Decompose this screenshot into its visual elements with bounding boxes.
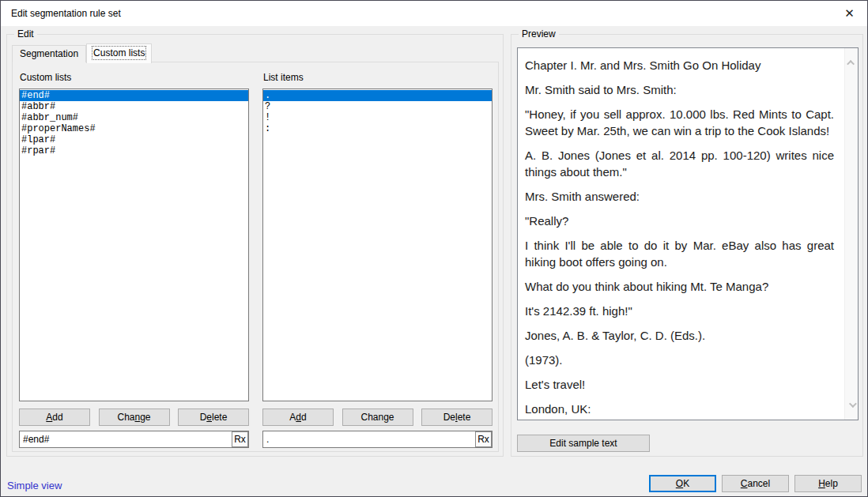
preview-paragraph: (1973). — [525, 352, 834, 368]
edit-group-label: Edit — [14, 28, 37, 40]
preview-paragraph: It's 2142.39 ft. high!" — [525, 303, 834, 319]
custom-lists-value-input[interactable] — [20, 431, 232, 447]
custom-lists-change-button[interactable]: Change — [99, 409, 170, 426]
title-bar: Edit segmentation rule set ✕ — [1, 1, 867, 26]
tab-custom-lists[interactable]: Custom lists — [86, 43, 152, 63]
preview-groupbox: Preview Chapter I. Mr. and Mrs. Smith Go… — [511, 34, 863, 457]
list-items-change-button[interactable]: Change — [342, 409, 413, 426]
custom-list-item[interactable]: #end# — [20, 90, 248, 101]
preview-paragraph: Jones, A. B. & Taylor, C. D. (Eds.). — [525, 327, 834, 344]
tab-segmentation[interactable]: Segmentation — [12, 45, 86, 62]
custom-lists-listbox[interactable]: #end##abbr##abbr_num##properNames##lpar#… — [19, 88, 249, 401]
preview-paragraph: London, UK: — [525, 401, 834, 417]
list-item[interactable]: ! — [263, 112, 492, 123]
custom-lists-button-row: Add Change Delete — [19, 409, 249, 426]
preview-paragraph: Chapter I. Mr. and Mrs. Smith Go On Holi… — [525, 57, 834, 73]
preview-paragraph: What do you think about hiking Mt. Te Ma… — [525, 278, 834, 295]
list-items-listbox[interactable]: .?!: — [262, 88, 492, 401]
simple-view-link[interactable]: Simple view — [7, 480, 62, 491]
list-item[interactable]: ? — [263, 101, 492, 112]
window-title: Edit segmentation rule set — [11, 1, 121, 26]
custom-lists-regex-button[interactable]: Rx — [232, 431, 248, 447]
custom-list-item[interactable]: #rpar# — [20, 145, 248, 156]
preview-paragraph: "Really? — [525, 213, 834, 229]
close-icon: ✕ — [844, 6, 855, 21]
cancel-button[interactable]: Cancel — [722, 475, 789, 492]
preview-paragraph: "Honey, if you sell approx. 10.000 lbs. … — [525, 106, 834, 139]
scroll-down-icon[interactable] — [845, 398, 859, 412]
preview-text: Chapter I. Mr. and Mrs. Smith Go On Holi… — [518, 48, 844, 420]
list-items-add-button[interactable]: Add — [262, 409, 334, 426]
list-item[interactable]: . — [263, 90, 492, 101]
tab-custom-lists-label: Custom lists — [93, 47, 145, 58]
preview-paragraph: Mrs. Smith answered: — [525, 188, 834, 205]
edit-sample-text-button[interactable]: Edit sample text — [517, 435, 650, 452]
custom-list-item[interactable]: #abbr# — [20, 101, 248, 112]
preview-paragraph: Let's travel! — [525, 376, 834, 393]
custom-lists-tab-panel: Custom lists List items #end##abbr##abbr… — [12, 62, 499, 452]
tab-segmentation-label: Segmentation — [20, 48, 78, 59]
preview-paragraph: A. B. Jones (Jones et al. 2014 pp. 100-1… — [525, 147, 834, 180]
dialog-window: Edit segmentation rule set ✕ Edit Segmen… — [0, 0, 868, 497]
scroll-up-icon[interactable] — [845, 56, 859, 70]
preview-group-label: Preview — [519, 28, 559, 40]
custom-lists-label: Custom lists — [20, 72, 71, 83]
list-items-edit-field: Rx — [262, 431, 492, 448]
tab-strip: Segmentation Custom lists — [12, 43, 152, 62]
edit-groupbox: Edit Segmentation Custom lists Custom li… — [6, 34, 504, 457]
list-item[interactable]: : — [263, 123, 492, 134]
close-button[interactable]: ✕ — [832, 1, 867, 25]
list-items-regex-button[interactable]: Rx — [475, 431, 492, 447]
list-items-delete-button[interactable]: Delete — [421, 409, 492, 426]
custom-list-item[interactable]: #properNames# — [20, 123, 248, 134]
custom-lists-delete-button[interactable]: Delete — [178, 409, 249, 426]
help-button[interactable]: Help — [794, 475, 862, 492]
ok-button[interactable]: OK — [649, 475, 716, 492]
preview-paragraph: I think I'll be able to do it by Mar. eB… — [525, 237, 834, 270]
preview-scrollbar[interactable] — [844, 48, 858, 420]
custom-lists-add-button[interactable]: Add — [19, 409, 90, 426]
custom-list-item[interactable]: #lpar# — [20, 134, 248, 145]
list-items-button-row: Add Change Delete — [262, 409, 492, 426]
preview-box: Chapter I. Mr. and Mrs. Smith Go On Holi… — [517, 47, 859, 420]
custom-lists-edit-field: Rx — [19, 431, 249, 448]
list-items-label: List items — [263, 72, 304, 83]
preview-paragraph: Mr. Smith said to Mrs. Smith: — [525, 81, 834, 98]
list-items-value-input[interactable] — [263, 431, 475, 447]
custom-list-item[interactable]: #abbr_num# — [20, 112, 248, 123]
